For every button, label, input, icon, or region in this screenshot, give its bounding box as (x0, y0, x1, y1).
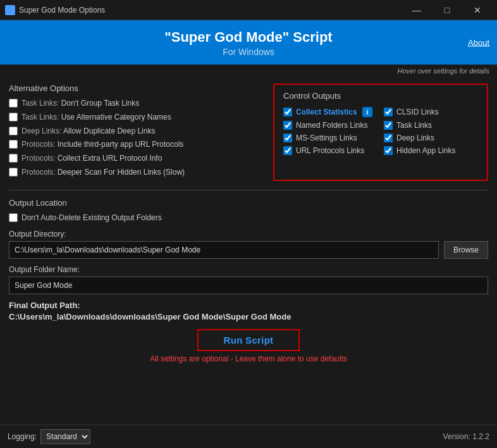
alt-option-6: Protocols: Deeper Scan For Hidden Links … (9, 167, 264, 178)
directory-field-label: Output Directory: (9, 230, 488, 239)
version-label: Version: 1.2.2 (443, 432, 489, 441)
alt-option-4: Protocols: Include third-party app URL P… (9, 139, 264, 150)
output-location-section: Output Location Don't Auto-Delete Existi… (9, 198, 488, 294)
run-script-button[interactable]: Run Script (197, 329, 300, 351)
alt-option-1: Task Links: Don't Group Task Links (9, 98, 264, 109)
co-ms-settings-checkbox[interactable] (283, 134, 292, 142)
title-bar-controls: — □ ✕ (402, 0, 492, 20)
folder-name-field-label: Output Folder Name: (9, 265, 488, 274)
logging-label: Logging: (8, 432, 37, 441)
directory-input[interactable] (9, 241, 439, 259)
run-area: Run Script All settings are optional - L… (9, 329, 488, 363)
co-named-folders: Named Folders Links (283, 121, 377, 130)
alt-options-title: Alternative Options (9, 84, 264, 93)
no-autodelete-checkbox[interactable] (9, 213, 18, 222)
header-title: "Super God Mode" Script (10, 29, 487, 46)
co-deep-links-checkbox[interactable] (384, 134, 393, 142)
header: "Super God Mode" Script For Windows Abou… (0, 20, 497, 65)
alt-option-5: Protocols: Collect Extra URL Protocol In… (9, 153, 264, 164)
folder-name-input[interactable] (9, 277, 488, 294)
logging-select[interactable]: Standard Verbose Minimal None (40, 429, 90, 444)
control-outputs-title: Control Outputs (283, 91, 478, 101)
minimize-button[interactable]: — (402, 0, 431, 20)
app-icon (5, 5, 15, 15)
co-collect-statistics: Collect Statistics i (283, 107, 377, 117)
alt-option-1-checkbox[interactable] (9, 99, 18, 108)
co-named-folders-label: Named Folders Links (296, 121, 367, 130)
title-bar: Super God Mode Options — □ ✕ (0, 0, 497, 20)
co-url-protocols-label: URL Protocols Links (296, 146, 364, 155)
maximize-button[interactable]: □ (433, 0, 462, 20)
co-ms-settings-label: MS-Settings Links (296, 134, 357, 142)
alt-option-2: Task Links: Use Alternative Category Nam… (9, 112, 264, 123)
co-collect-statistics-checkbox[interactable] (283, 108, 292, 116)
header-subtitle: For Windows (10, 47, 487, 57)
co-task-links-label: Task Links (396, 121, 432, 130)
alt-option-5-checkbox[interactable] (9, 154, 18, 163)
directory-field-row: Browse (9, 241, 488, 259)
footer: Logging: Standard Verbose Minimal None V… (0, 425, 497, 448)
alt-option-3: Deep Links: Allow Duplicate Deep Links (9, 126, 264, 137)
co-url-protocols-checkbox[interactable] (283, 146, 292, 155)
alt-option-3-checkbox[interactable] (9, 127, 18, 135)
alt-option-4-checkbox[interactable] (9, 140, 18, 149)
about-button[interactable]: About (468, 38, 489, 47)
section-divider (9, 190, 488, 190)
co-clsid-links: CLSID Links (384, 107, 478, 117)
title-bar-title: Super God Mode Options (19, 6, 402, 15)
co-clsid-links-checkbox[interactable] (384, 108, 393, 116)
main-content: Alternative Options Task Links: Don't Gr… (0, 77, 497, 372)
co-hidden-app-checkbox[interactable] (384, 146, 393, 155)
browse-button[interactable]: Browse (444, 241, 488, 259)
optional-note: All settings are optional - Leave them a… (9, 354, 488, 363)
folder-name-field-row (9, 277, 488, 294)
co-task-links-checkbox[interactable] (384, 121, 393, 130)
output-location-title: Output Location (9, 198, 488, 208)
alt-option-2-checkbox[interactable] (9, 113, 18, 121)
co-deep-links-label: Deep Links (396, 134, 434, 142)
final-path-label: Final Output Path: (9, 301, 488, 310)
alt-option-6-checkbox[interactable] (9, 168, 18, 177)
co-url-protocols: URL Protocols Links (283, 146, 377, 155)
co-hidden-app: Hidden App Links (384, 146, 478, 155)
co-deep-links: Deep Links (384, 134, 478, 142)
control-outputs-grid: Collect Statistics i CLSID Links Named F… (283, 107, 478, 155)
co-hidden-app-label: Hidden App Links (396, 146, 455, 155)
collect-statistics-info-icon[interactable]: i (362, 107, 372, 117)
alt-options-section: Alternative Options Task Links: Don't Gr… (9, 84, 264, 181)
co-task-links: Task Links (384, 121, 478, 130)
co-ms-settings: MS-Settings Links (283, 134, 377, 142)
hover-hint: Hover over settings for details (0, 65, 497, 77)
co-clsid-links-label: CLSID Links (396, 108, 439, 116)
co-collect-statistics-label: Collect Statistics (296, 108, 357, 116)
final-path-value: C:\Users\m_la\Downloads\downloads\Super … (9, 312, 488, 321)
control-outputs-section: Control Outputs Collect Statistics i CLS… (273, 84, 488, 181)
columns-layout: Alternative Options Task Links: Don't Gr… (9, 84, 488, 181)
no-autodelete-label: Don't Auto-Delete Existing Output Folder… (21, 213, 162, 223)
co-named-folders-checkbox[interactable] (283, 121, 292, 130)
close-button[interactable]: ✕ (463, 0, 492, 20)
final-path-section: Final Output Path: C:\Users\m_la\Downloa… (9, 301, 488, 321)
no-autodelete-row: Don't Auto-Delete Existing Output Folder… (9, 213, 488, 223)
